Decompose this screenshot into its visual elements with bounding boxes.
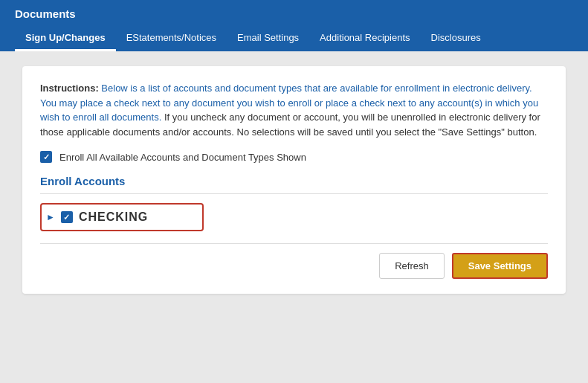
page-title: Documents xyxy=(15,7,573,20)
page-header: Documents Sign Up/Changes EStatements/No… xyxy=(0,0,588,51)
content-card: Instructions: Below is a list of account… xyxy=(22,66,566,294)
enroll-all-row: Enroll All Available Accounts and Docume… xyxy=(40,151,548,163)
enroll-accounts-title: Enroll Accounts xyxy=(40,175,548,194)
tab-recipients[interactable]: Additional Recipients xyxy=(309,26,420,51)
tab-estatements[interactable]: EStatements/Notices xyxy=(116,26,227,51)
checking-account-name: CHECKING xyxy=(79,210,148,224)
tab-signup[interactable]: Sign Up/Changes xyxy=(15,26,116,51)
save-settings-button[interactable]: Save Settings xyxy=(452,253,548,279)
action-buttons: Refresh Save Settings xyxy=(40,243,548,279)
tab-email[interactable]: Email Settings xyxy=(227,26,309,51)
checking-account-row: ► CHECKING xyxy=(40,203,204,231)
instructions-text: Instructions: Below is a list of account… xyxy=(40,81,548,139)
tab-disclosures[interactable]: Disclosures xyxy=(421,26,491,51)
chevron-right-icon[interactable]: ► xyxy=(46,212,55,222)
enroll-all-checkbox[interactable] xyxy=(40,151,52,163)
instructions-bold: Instructions: xyxy=(40,83,99,94)
enroll-all-label[interactable]: Enroll All Available Accounts and Docume… xyxy=(59,152,306,163)
nav-tabs: Sign Up/Changes EStatements/Notices Emai… xyxy=(15,26,573,51)
main-area: Instructions: Below is a list of account… xyxy=(0,51,588,375)
refresh-button[interactable]: Refresh xyxy=(379,253,445,279)
checking-checkbox[interactable] xyxy=(61,211,73,223)
